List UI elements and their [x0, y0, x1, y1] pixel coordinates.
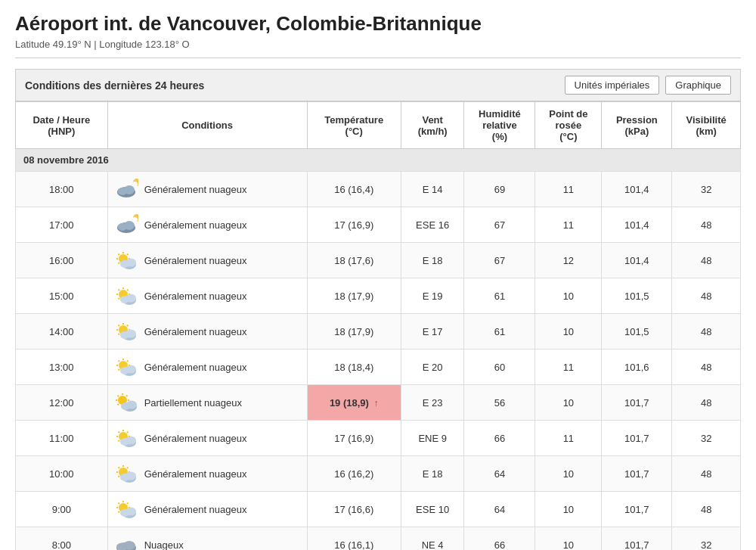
humidity-cell: 69 — [464, 172, 535, 207]
pressure-cell: 101,4 — [602, 243, 672, 278]
svg-line-86 — [118, 476, 119, 477]
table-row: 9:00 Généralement nuageux17 (16,6)ESE 10… — [16, 492, 741, 527]
date-label: 08 novembre 2016 — [16, 149, 741, 172]
graph-button[interactable]: Graphique — [665, 76, 731, 95]
pressure-cell: 101,6 — [602, 350, 672, 385]
condition-cell: Généralement nuageux — [107, 278, 307, 314]
visibility-cell: 32 — [672, 421, 741, 456]
temperature-cell: 17 (16,9) — [307, 207, 401, 243]
weather-icon — [114, 284, 138, 308]
condition-text: Généralement nuageux — [144, 184, 247, 195]
weather-icon — [114, 497, 138, 521]
wind-cell: ESE 10 — [401, 492, 464, 527]
humidity-cell: 66 — [464, 527, 535, 551]
svg-point-65 — [126, 401, 137, 409]
dew-point-cell: 10 — [535, 456, 602, 492]
col-dew: Point derosée(°C) — [535, 102, 602, 149]
wind-cell: E 18 — [401, 456, 464, 492]
pressure-cell: 101,7 — [602, 456, 672, 492]
svg-line-13 — [127, 254, 129, 256]
pressure-cell: 101,5 — [602, 278, 672, 314]
svg-line-49 — [127, 361, 129, 362]
pressure-cell: 101,4 — [602, 207, 672, 243]
svg-line-26 — [118, 298, 119, 300]
svg-line-59 — [117, 396, 119, 397]
dew-point-cell: 10 — [535, 314, 602, 350]
table-row: 12:00 Partiellement nuageux19 (18,9) ↑E … — [16, 385, 741, 421]
humidity-cell: 61 — [464, 278, 535, 314]
col-temperature: Température(°C) — [307, 102, 401, 149]
visibility-cell: 48 — [672, 207, 741, 243]
condition-text: Généralement nuageux — [144, 326, 247, 337]
pressure-cell: 101,5 — [602, 314, 672, 350]
condition-text: Généralement nuageux — [144, 219, 247, 231]
temperature-cell: 16 (16,1) — [307, 527, 401, 551]
visibility-cell: 32 — [672, 172, 741, 207]
temp-arrow-icon: ↑ — [374, 398, 379, 409]
condition-cell: Nuageux — [107, 527, 307, 551]
dew-point-cell: 11 — [535, 172, 602, 207]
svg-line-14 — [118, 263, 119, 264]
temperature-cell: 19 (18,9) ↑ — [307, 385, 401, 421]
svg-point-77 — [125, 437, 136, 445]
wind-cell: NE 4 — [401, 527, 464, 551]
condition-text: Nuageux — [144, 539, 184, 551]
time-cell: 8:00 — [16, 527, 108, 551]
svg-line-83 — [118, 468, 119, 469]
imperial-units-button[interactable]: Unités impériales — [565, 76, 660, 95]
svg-point-5 — [124, 221, 135, 230]
visibility-cell: 48 — [672, 278, 741, 314]
time-cell: 10:00 — [16, 456, 108, 492]
temperature-cell: 18 (18,4) — [307, 350, 401, 385]
temperature-cell: 18 (17,6) — [307, 243, 401, 278]
svg-line-74 — [118, 440, 119, 442]
dew-point-cell: 10 — [535, 278, 602, 314]
weather-icon — [114, 355, 138, 379]
temperature-cell: 17 (16,6) — [307, 492, 401, 527]
condition-text: Généralement nuageux — [144, 255, 247, 266]
condition-cell: Généralement nuageux — [107, 456, 307, 492]
visibility-cell: 48 — [672, 243, 741, 278]
dew-point-cell: 11 — [535, 421, 602, 456]
svg-point-53 — [125, 365, 136, 374]
weather-icon — [114, 390, 138, 415]
svg-line-23 — [118, 290, 119, 291]
condition-text: Généralement nuageux — [144, 291, 247, 302]
svg-line-62 — [117, 404, 119, 406]
table-row: 14:00 Généralement nuageux18 (17,9)E 176… — [16, 314, 741, 350]
table-row: 11:00 Généralement nuageux17 (16,9)ENE 9… — [16, 421, 741, 456]
condition-text: Généralement nuageux — [144, 468, 247, 480]
wind-cell: ENE 9 — [401, 421, 464, 456]
visibility-cell: 48 — [672, 456, 741, 492]
svg-line-38 — [118, 334, 119, 335]
condition-text: Partiellement nuageux — [144, 397, 242, 409]
visibility-cell: 48 — [672, 385, 741, 421]
svg-line-61 — [126, 396, 128, 397]
svg-line-95 — [118, 503, 119, 505]
temperature-cell: 16 (16,4) — [307, 172, 401, 207]
condition-cell: Généralement nuageux — [107, 421, 307, 456]
table-row: 15:00 Généralement nuageux18 (17,9)E 196… — [16, 278, 741, 314]
weather-icon — [114, 177, 138, 201]
humidity-cell: 64 — [464, 456, 535, 492]
weather-icon — [114, 213, 138, 237]
dew-point-cell: 12 — [535, 243, 602, 278]
location-info: Latitude 49.19° N | Longitude 123.18° O — [15, 39, 741, 58]
condition-text: Généralement nuageux — [144, 362, 247, 373]
condition-cell: Généralement nuageux — [107, 492, 307, 527]
condition-cell: Généralement nuageux — [107, 314, 307, 350]
condition-text: Généralement nuageux — [144, 504, 247, 515]
svg-line-11 — [118, 254, 119, 256]
table-row: 8:00 Nuageux16 (16,1)NE 46610101,732 — [16, 527, 741, 551]
svg-line-98 — [118, 511, 119, 513]
humidity-cell: 64 — [464, 492, 535, 527]
temperature-cell: 17 (16,9) — [307, 421, 401, 456]
weather-icon — [114, 248, 138, 272]
date-group-row: 08 novembre 2016 — [16, 149, 741, 172]
pressure-cell: 101,4 — [602, 172, 672, 207]
time-cell: 17:00 — [16, 207, 108, 243]
pressure-cell: 101,7 — [602, 492, 672, 527]
humidity-cell: 61 — [464, 314, 535, 350]
time-cell: 13:00 — [16, 350, 108, 385]
svg-line-97 — [127, 503, 129, 505]
